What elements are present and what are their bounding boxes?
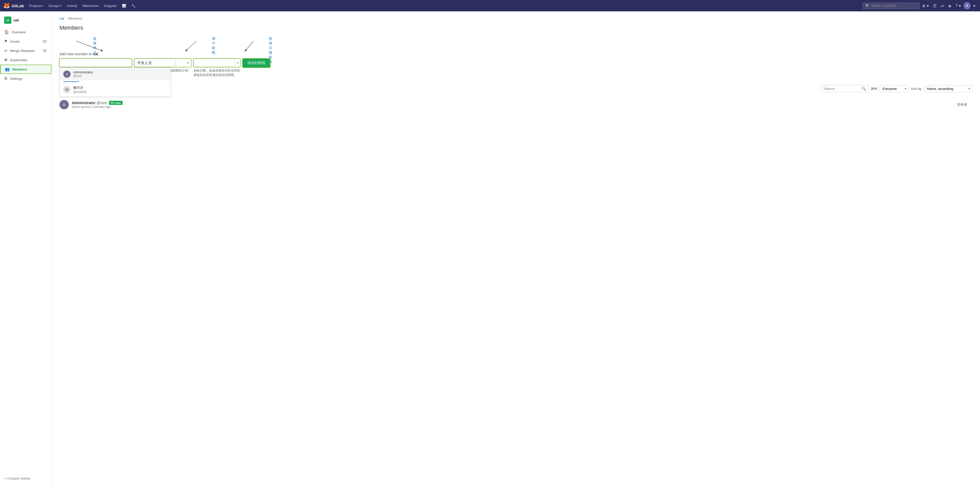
page-title: Members	[59, 25, 972, 31]
annotation-select-user: 选择用户	[93, 37, 96, 55]
nav-pipe-icon[interactable]: 🔧	[129, 3, 137, 9]
svg-line-1	[186, 41, 196, 51]
sidebar-item-overview[interactable]: 🏠 Overview	[0, 27, 51, 37]
dropdown-name-administrator: Administrator	[73, 70, 93, 74]
member-access-time: Given access 3 minutes ago	[72, 105, 954, 109]
sidebar-item-merge-requests-label: Merge Requests	[10, 49, 35, 53]
breadcrumb-group-link[interactable]: uat	[59, 16, 64, 21]
issues-badge: 0	[42, 40, 47, 43]
merge-requests-nav-icon[interactable]: ⇌	[939, 2, 946, 9]
sidebar: U uat 🏠 Overview ⚑ Issues 0 ⇌ Merge Requ…	[0, 11, 52, 486]
nav-snippets[interactable]: Snippets	[102, 3, 119, 9]
collapse-sidebar-button[interactable]: « Collapse sidebar	[0, 473, 51, 483]
dropdown-handle-administrator: @root	[73, 74, 93, 78]
breadcrumb: uat › Members	[59, 16, 972, 21]
sidebar-item-overview-label: Overview	[12, 30, 25, 34]
annotation-user-permission: 用户权限	[212, 37, 215, 55]
nav-milestones[interactable]: Milestones	[80, 3, 100, 9]
collapse-left-icon: «	[4, 477, 6, 480]
twofa-label: 2FA	[871, 87, 877, 91]
chart-bar-icon: 📊	[122, 4, 126, 8]
members-search-input[interactable]	[824, 87, 860, 91]
sidebar-group-header: U uat	[0, 14, 51, 27]
member-role-administrator: 所有者	[957, 102, 972, 107]
expiry-date-input[interactable]: 2021-03-31	[194, 59, 235, 67]
sidebar-group-name: uat	[13, 18, 19, 22]
groups-chevron-icon: ▾	[60, 5, 62, 7]
gitlab-logo[interactable]: 🦊 GitLab	[3, 2, 24, 9]
member-info-administrator: Administrator @root It's you Given acces…	[72, 101, 954, 109]
nav-projects[interactable]: Projects ▾	[27, 3, 46, 9]
sidebar-item-settings[interactable]: ⚙ Settings	[0, 74, 51, 83]
member-search-input[interactable]: 喜羊羊	[59, 59, 132, 67]
search-icon: 🔍	[865, 4, 870, 8]
avatar-chevron-icon[interactable]: ▾	[972, 2, 977, 9]
global-search[interactable]: 🔍 Search or jump to...	[863, 3, 920, 9]
date-hint: 到此日期，该成员将自动失去对此群组及其所有项目的访问权限。	[194, 68, 240, 77]
dropdown-name-lanyangyang: 懒洋洋	[73, 86, 87, 90]
members-icon: 👥	[5, 67, 10, 71]
nav-activity[interactable]: Activity	[65, 3, 80, 9]
dropdown-item-administrator[interactable]: A Administrator @root	[60, 68, 170, 80]
date-clear-button[interactable]: ×	[237, 61, 239, 65]
members-list: A Administrator @root It's you Given acc…	[59, 96, 972, 113]
gitlab-brand-name: GitLab	[12, 4, 24, 8]
add-member-label: Add new member to uat	[59, 52, 972, 56]
nav-groups[interactable]: Groups ▾	[46, 3, 64, 9]
members-section: Members with access to uat 🔍 2FA Everyon…	[59, 85, 972, 113]
member-handle-administrator: @root	[97, 101, 107, 105]
sidebar-item-kubernetes-label: Kubernetes	[10, 58, 27, 62]
pipe-icon: 🔧	[131, 4, 135, 8]
sidebar-item-issues[interactable]: ⚑ Issues 0	[0, 37, 51, 46]
sidebar-item-kubernetes[interactable]: ☸ Kubernetes	[0, 55, 51, 65]
members-search-wrap: 🔍	[822, 85, 869, 92]
merge-requests-badge: 0	[42, 49, 47, 52]
dropdown-item-lanyangyang[interactable]: 懒 懒洋洋 @ceshi01	[60, 83, 170, 96]
dropdown-divider	[63, 81, 79, 82]
svg-line-0	[76, 41, 102, 51]
members-section-header: Members with access to uat 🔍 2FA Everyon…	[59, 85, 972, 92]
add-to-group-button[interactable]: 添加到群组	[243, 59, 270, 67]
sort-select[interactable]: Name, ascending Name, descending Last jo…	[924, 85, 972, 92]
gitlab-fox-icon: 🦊	[3, 2, 10, 9]
dropdown-avatar-administrator: A	[63, 70, 70, 78]
group-avatar: U	[4, 16, 11, 24]
kubernetes-icon: ☸	[4, 58, 8, 62]
sort-label: Sort by	[911, 87, 921, 91]
member-avatar-administrator: A	[59, 100, 69, 109]
nav-chart-icon[interactable]: 📊	[120, 3, 128, 9]
projects-chevron-icon: ▾	[42, 5, 43, 7]
sidebar-item-merge-requests[interactable]: ⇌ Merge Requests 0	[0, 46, 51, 55]
role-select-chevron-icon: ▾	[188, 61, 189, 65]
add-member-section: Add new member to uat 喜羊羊 A Administrato…	[59, 52, 972, 77]
sidebar-item-issues-label: Issues	[10, 40, 20, 43]
member-name-administrator: Administrator	[72, 101, 95, 105]
sidebar-item-members[interactable]: 👥 Members	[0, 65, 51, 74]
breadcrumb-separator: ›	[66, 16, 67, 21]
issues-icon: ⚑	[4, 39, 8, 44]
dropdown-handle-lanyangyang: @ceshi01	[73, 90, 87, 94]
its-you-badge: It's you	[109, 101, 123, 105]
table-row: A Administrator @root It's you Given acc…	[59, 96, 972, 113]
help-icon[interactable]: ? ▾	[954, 2, 963, 9]
dropdown-avatar-lanyangyang: 懒	[63, 86, 70, 93]
breadcrumb-current-page: Members	[68, 16, 82, 21]
top-navigation: 🦊 GitLab Projects ▾ Groups ▾ Activity Mi…	[0, 0, 980, 11]
user-avatar-nav[interactable]: A	[964, 2, 971, 9]
filter-select[interactable]: Everyone With 2FA Without 2FA	[880, 85, 908, 92]
svg-line-2	[245, 41, 253, 51]
user-search-dropdown: A Administrator @root 懒 懒洋洋	[59, 67, 170, 97]
main-content: uat › Members Members 选择用户 用户权限 使用日期权限	[52, 11, 980, 486]
collapse-sidebar-label: Collapse sidebar	[8, 477, 30, 480]
issues-nav-icon[interactable]: ◈	[947, 2, 953, 9]
home-icon: 🏠	[4, 30, 9, 34]
role-select[interactable]: 开发人员 访客 报告员 维护者 所有者	[134, 59, 176, 67]
sidebar-item-members-label: Members	[13, 67, 27, 71]
members-search-icon: 🔍	[862, 87, 866, 91]
sidebar-item-settings-label: Settings	[10, 77, 22, 81]
settings-icon: ⚙	[4, 76, 8, 81]
app-layout: U uat 🏠 Overview ⚑ Issues 0 ⇌ Merge Requ…	[0, 11, 980, 486]
merge-requests-icon: ⇌	[4, 48, 8, 53]
new-item-button[interactable]: ⊕ ▾	[921, 2, 930, 9]
todo-icon[interactable]: ☰	[931, 2, 938, 9]
